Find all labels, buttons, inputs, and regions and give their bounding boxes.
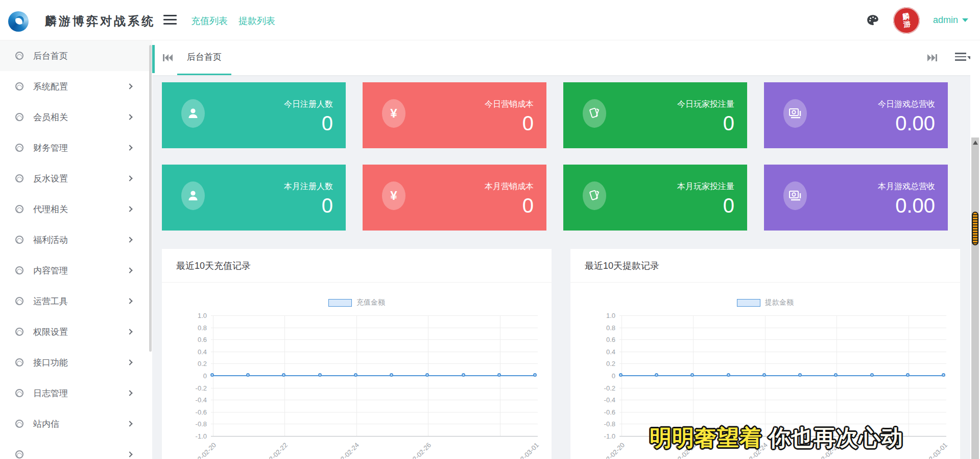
- circle-icon: [15, 420, 23, 428]
- user-menu[interactable]: admin: [933, 15, 968, 26]
- gridline-h: [211, 400, 538, 400]
- data-point-marker[interactable]: [942, 373, 945, 377]
- scrollbar-thumb[interactable]: [972, 212, 978, 245]
- data-point-marker[interactable]: [318, 373, 322, 377]
- sidebar-item-label: 日志管理: [33, 387, 68, 399]
- y-axis-tick-label: 0.6: [180, 336, 207, 343]
- chart-legend[interactable]: 充值金额: [162, 298, 552, 307]
- yen-icon: ¥: [382, 181, 405, 210]
- recharge-chart-panel: 最近10天充值记录 充值金额 1.00.80.60.40.20-0.2-0.4-…: [162, 249, 552, 459]
- bet-cards-icon: [583, 181, 606, 210]
- stat-card-今日游戏总营收: 今日游戏总营收0.00: [764, 82, 948, 148]
- y-axis-tick-label: 0: [589, 372, 615, 380]
- gridline-h: [619, 400, 946, 400]
- sidebar-item-日志管理[interactable]: 日志管理: [0, 378, 152, 408]
- sidebar-item-内容管理[interactable]: 内容管理: [0, 255, 152, 286]
- user-avatar-seal[interactable]: 麟游: [892, 5, 922, 35]
- stat-card-value: 0: [723, 194, 734, 217]
- sidebar-item-会员相关[interactable]: 会员相关: [0, 102, 152, 132]
- stat-cards-row-month: 本月注册人数0¥本月营销成本0本月玩家投注量0本月游戏总营收0.00: [162, 165, 948, 231]
- sidebar-item-label: 内容管理: [33, 265, 68, 277]
- y-axis-tick-label: 0.4: [589, 348, 615, 356]
- sidebar-item-接口功能[interactable]: 接口功能: [0, 347, 152, 378]
- stat-card-label: 今日营销成本: [485, 99, 534, 110]
- sidebar-item-福利活动[interactable]: 福利活动: [0, 224, 152, 255]
- stat-card-label: 今日玩家投注量: [677, 99, 734, 110]
- data-point-marker[interactable]: [533, 373, 537, 377]
- data-point-marker[interactable]: [727, 373, 730, 377]
- scrollbar-up-arrow-icon[interactable]: [973, 141, 978, 145]
- y-axis-tick-label: 0: [180, 372, 207, 380]
- sidebar-item-反水设置[interactable]: 反水设置: [0, 163, 152, 194]
- tab-scroll-right-icon[interactable]: [927, 53, 938, 63]
- scrollbar-track[interactable]: [971, 137, 979, 459]
- circle-icon: [15, 450, 23, 458]
- sidebar-item-代理相关[interactable]: 代理相关: [0, 194, 152, 224]
- chevron-right-icon: [127, 175, 132, 181]
- y-axis-tick-label: -0.8: [589, 420, 615, 428]
- gridline-h: [211, 363, 538, 364]
- gridline-h: [619, 388, 946, 388]
- y-axis-tick-label: 0.8: [180, 324, 207, 332]
- header-nav-recharge-list[interactable]: 充值列表: [191, 15, 228, 27]
- header-nav-withdraw-list[interactable]: 提款列表: [238, 15, 275, 27]
- y-axis-tick-label: -0.8: [180, 420, 207, 428]
- sidebar-item-站内信[interactable]: 站内信: [0, 408, 152, 439]
- sidebar-item-系统配置[interactable]: 系统配置: [0, 71, 152, 102]
- hamburger-icon[interactable]: [163, 15, 177, 26]
- money-stack-icon: [783, 99, 807, 128]
- chart-legend[interactable]: 提款金额: [570, 298, 960, 307]
- main-content: 今日注册人数0¥今日营销成本0今日玩家投注量0今日游戏总营收0.00 本月注册人…: [152, 75, 971, 459]
- sidebar-item-label: 代理相关: [33, 203, 68, 215]
- tab-scroll-left-icon[interactable]: [162, 53, 173, 63]
- stat-card-本月游戏总营收: 本月游戏总营收0.00: [764, 165, 948, 231]
- sidebar-item-label: 福利活动: [33, 234, 68, 246]
- sidebar-item-partial[interactable]: [0, 439, 152, 459]
- sidebar-item-后台首页[interactable]: 后台首页: [0, 40, 152, 71]
- app-header: 麟游博弈对战系统 充值列表 提款列表 麟游 admin: [0, 0, 980, 40]
- y-axis-tick-label: 1.0: [180, 312, 207, 319]
- sidebar-item-label: 权限设置: [33, 326, 68, 338]
- chevron-right-icon: [127, 359, 132, 365]
- app-logo-icon: [8, 11, 29, 32]
- stat-card-value: 0.00: [895, 112, 935, 135]
- circle-icon: [15, 82, 23, 90]
- data-point-marker[interactable]: [762, 373, 766, 377]
- tab-accent-bar: [152, 45, 155, 73]
- palette-icon[interactable]: [866, 14, 880, 27]
- sidebar-item-运营工具[interactable]: 运营工具: [0, 286, 152, 316]
- app-title: 麟游博弈对战系统: [45, 13, 155, 29]
- chevron-right-icon: [127, 114, 132, 120]
- sidebar-item-财务管理[interactable]: 财务管理: [0, 132, 152, 163]
- gridline-h: [211, 315, 538, 316]
- y-axis-tick-label: -1.0: [589, 432, 615, 440]
- data-point-marker[interactable]: [210, 373, 214, 377]
- gridline-h: [619, 328, 946, 328]
- stat-card-label: 今日注册人数: [284, 99, 333, 110]
- y-axis-tick-label: -0.6: [180, 408, 207, 416]
- tab-options-dropdown[interactable]: [955, 53, 972, 63]
- tab-home[interactable]: 后台首页: [177, 40, 231, 75]
- gridline-h: [211, 352, 538, 352]
- data-point-marker[interactable]: [497, 373, 501, 377]
- sidebar-scrollbar[interactable]: [149, 45, 152, 352]
- circle-icon: [15, 266, 23, 274]
- gridline-h: [619, 315, 946, 316]
- data-point-marker[interactable]: [462, 373, 465, 377]
- data-point-marker[interactable]: [619, 373, 623, 377]
- subtitle-sung: 明明奢望着: [650, 425, 762, 450]
- stat-card-value: 0: [322, 194, 333, 217]
- data-point-marker[interactable]: [906, 373, 910, 377]
- y-axis-tick-label: -0.6: [589, 408, 615, 416]
- data-point-marker[interactable]: [870, 373, 874, 377]
- gridline-h: [619, 339, 946, 340]
- y-axis-tick-label: 0.2: [589, 360, 615, 368]
- circle-icon: [15, 389, 23, 397]
- stat-card-今日玩家投注量: 今日玩家投注量0: [563, 82, 747, 148]
- y-axis-tick-label: 0.2: [180, 360, 207, 368]
- sidebar-item-label: 反水设置: [33, 173, 68, 185]
- data-point-marker[interactable]: [354, 373, 357, 377]
- sidebar-item-label: 会员相关: [33, 111, 68, 123]
- sidebar-item-权限设置[interactable]: 权限设置: [0, 316, 152, 347]
- sidebar-item-label: 接口功能: [33, 357, 68, 369]
